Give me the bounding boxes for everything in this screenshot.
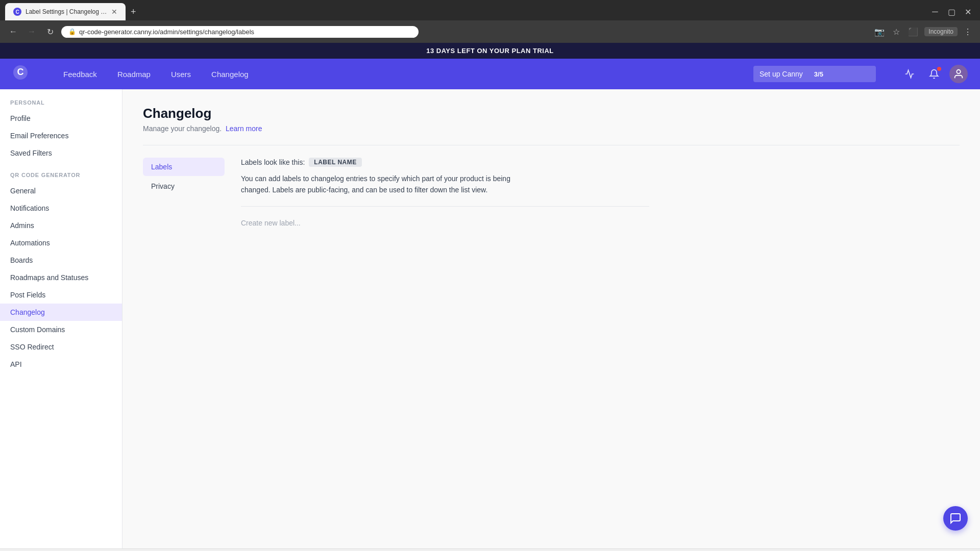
label-description: You can add labels to changelog entries …	[241, 173, 527, 196]
setup-canny-count: 3/5	[809, 67, 828, 81]
sidebar-item-roadmaps[interactable]: Roadmaps and Statuses	[0, 269, 122, 286]
menu-icon[interactable]: ⋮	[962, 25, 974, 39]
address-bar[interactable]: 🔒 qr-code-generator.canny.io/admin/setti…	[61, 26, 419, 38]
sidebar-item-profile[interactable]: Profile	[0, 110, 122, 127]
tab-labels[interactable]: Labels	[143, 158, 225, 176]
sidebar-item-saved-filters[interactable]: Saved Filters	[0, 144, 122, 162]
trial-banner-text: 13 DAYS LEFT ON YOUR PLAN TRIAL	[426, 47, 554, 55]
maximize-window-button[interactable]: ▢	[944, 5, 959, 19]
sidebar-item-email-preferences[interactable]: Email Preferences	[0, 127, 122, 144]
extension-icon[interactable]: ⬛	[906, 25, 920, 39]
nav-icons	[900, 65, 968, 83]
tab-privacy[interactable]: Privacy	[143, 177, 225, 195]
nav-links: Feedback Roadmap Users Changelog	[53, 59, 259, 89]
sidebar-item-admins[interactable]: Admins	[0, 217, 122, 234]
top-nav: C Feedback Roadmap Users Changelog Set u…	[0, 59, 980, 89]
refresh-button[interactable]: ↻	[43, 24, 57, 39]
lock-icon: 🔒	[68, 28, 76, 35]
settings-layout: Labels Privacy Labels look like this: LA…	[143, 158, 960, 231]
user-avatar[interactable]	[949, 65, 968, 83]
new-tab-button[interactable]: +	[128, 7, 139, 17]
setup-canny-bar[interactable]: Set up Canny 3/5	[753, 66, 876, 82]
forward-button[interactable]: →	[24, 24, 39, 39]
address-text: qr-code-generator.canny.io/admin/setting…	[79, 28, 254, 36]
camera-icon[interactable]: 📷	[872, 25, 887, 39]
svg-text:C: C	[17, 67, 24, 77]
subtitle-text: Manage your changelog.	[143, 124, 222, 133]
nav-roadmap[interactable]: Roadmap	[107, 59, 161, 89]
chat-button[interactable]	[943, 506, 968, 531]
nav-changelog[interactable]: Changelog	[201, 59, 259, 89]
app-layout: PERSONAL Profile Email Preferences Saved…	[0, 89, 980, 548]
nav-feedback[interactable]: Feedback	[53, 59, 107, 89]
tab-title: Label Settings | Changelog | Can...	[26, 8, 107, 15]
close-tab-button[interactable]: ✕	[111, 8, 117, 16]
sidebar-item-automations[interactable]: Automations	[0, 234, 122, 252]
minimize-window-button[interactable]: ─	[928, 5, 942, 19]
sidebar-scroll: PERSONAL Profile Email Preferences Saved…	[0, 89, 122, 540]
tab-favicon: C	[13, 8, 21, 16]
browser-controls: ← → ↻ 🔒 qr-code-generator.canny.io/admin…	[0, 20, 980, 43]
sidebar: PERSONAL Profile Email Preferences Saved…	[0, 89, 122, 548]
browser-actions: 📷 ☆ ⬛ Incognito ⋮	[872, 25, 974, 39]
sidebar-item-sso-redirect[interactable]: SSO Redirect	[0, 338, 122, 356]
trial-banner: 13 DAYS LEFT ON YOUR PLAN TRIAL	[0, 43, 980, 59]
sidebar-item-notifications[interactable]: Notifications	[0, 199, 122, 217]
content-divider	[143, 145, 960, 145]
settings-tabs: Labels Privacy	[143, 158, 225, 231]
nav-users[interactable]: Users	[161, 59, 201, 89]
page-title: Changelog	[143, 106, 960, 121]
company-section-label: QR CODE GENERATOR	[0, 162, 122, 182]
announcements-icon[interactable]	[900, 65, 919, 83]
close-window-button[interactable]: ✕	[961, 5, 975, 19]
back-button[interactable]: ←	[6, 24, 20, 39]
labels-divider	[241, 206, 649, 207]
sidebar-item-post-fields[interactable]: Post Fields	[0, 286, 122, 304]
settings-content: Labels look like this: LABEL NAME You ca…	[225, 158, 960, 231]
create-label-input[interactable]: Create new label...	[241, 215, 960, 231]
logo[interactable]: C	[12, 64, 29, 84]
setup-canny-label: Set up Canny	[753, 67, 809, 81]
page-subtitle: Manage your changelog. Learn more	[143, 124, 960, 133]
sidebar-item-api[interactable]: API	[0, 356, 122, 373]
personal-section-label: PERSONAL	[0, 89, 122, 110]
sidebar-item-changelog[interactable]: Changelog	[0, 304, 122, 321]
label-badge: LABEL NAME	[309, 158, 361, 167]
notifications-bell-icon[interactable]	[925, 65, 943, 83]
sidebar-item-general[interactable]: General	[0, 182, 122, 199]
learn-more-link[interactable]: Learn more	[226, 124, 262, 133]
svg-point-2	[957, 70, 960, 73]
incognito-button[interactable]: Incognito	[924, 27, 958, 36]
intro-text: Labels look like this:	[241, 158, 305, 166]
sidebar-item-custom-domains[interactable]: Custom Domains	[0, 321, 122, 338]
browser-tab-bar: C Label Settings | Changelog | Can... ✕ …	[0, 0, 980, 20]
active-tab[interactable]: C Label Settings | Changelog | Can... ✕	[5, 3, 126, 20]
status-bar: https://qr-code-generator.canny.io/admin…	[0, 548, 980, 551]
sidebar-item-boards[interactable]: Boards	[0, 252, 122, 269]
notification-dot	[937, 67, 941, 71]
bookmark-icon[interactable]: ☆	[891, 25, 902, 39]
label-intro: Labels look like this: LABEL NAME	[241, 158, 960, 167]
setup-canny-section: Set up Canny 3/5	[753, 66, 876, 82]
main-content: Changelog Manage your changelog. Learn m…	[122, 89, 980, 548]
